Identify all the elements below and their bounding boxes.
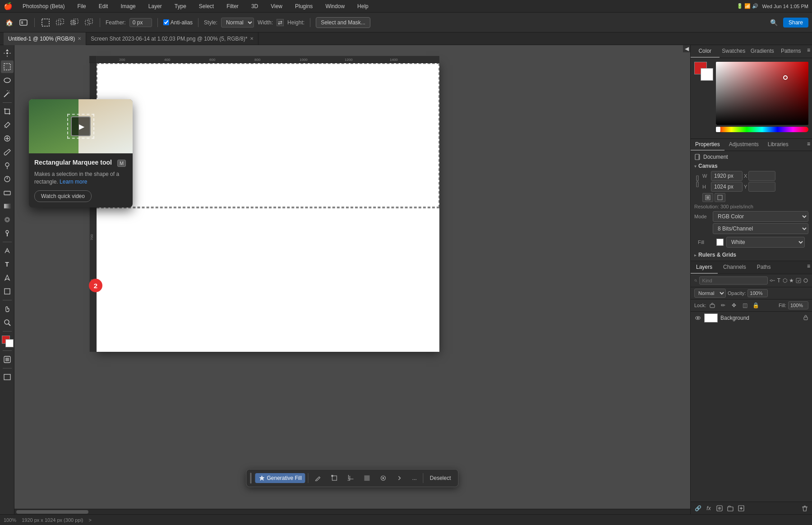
hand-tool[interactable] bbox=[1, 303, 14, 315]
color-panel-menu-icon[interactable]: ≡ bbox=[805, 45, 812, 58]
healing-tool[interactable] bbox=[1, 132, 14, 145]
clone-stamp-tool[interactable] bbox=[1, 159, 14, 172]
tab-properties[interactable]: Properties bbox=[691, 139, 724, 151]
opacity-input[interactable] bbox=[747, 289, 768, 297]
layer-delete-icon[interactable] bbox=[800, 504, 809, 513]
screen-mode-icon[interactable] bbox=[1, 371, 14, 383]
marquee-tool[interactable] bbox=[1, 60, 14, 73]
menu-edit[interactable]: Edit bbox=[96, 2, 111, 10]
watch-video-button[interactable]: Watch quick video bbox=[34, 190, 92, 202]
eyedropper-tool[interactable] bbox=[1, 119, 14, 131]
mode-select[interactable]: RGB Color bbox=[713, 211, 808, 222]
tab-swatches[interactable]: Swatches bbox=[720, 45, 748, 58]
panel-collapse-icon[interactable]: ◀ bbox=[683, 45, 690, 52]
ct-more-button[interactable]: ... bbox=[409, 473, 420, 483]
color-gradient-picker[interactable] bbox=[716, 62, 808, 125]
layers-filter-toggle[interactable] bbox=[803, 276, 808, 285]
tab-screenshot-close[interactable]: ✕ bbox=[250, 36, 254, 41]
layers-search-input[interactable] bbox=[699, 276, 768, 285]
shapes-tool[interactable] bbox=[1, 285, 14, 298]
history-brush-tool[interactable] bbox=[1, 173, 14, 185]
rulers-grids-row[interactable]: ▸ Rulers & Grids bbox=[694, 252, 808, 258]
menu-plugins[interactable]: Plugins bbox=[292, 2, 315, 10]
add-selection-icon[interactable] bbox=[55, 17, 65, 28]
apple-menu[interactable]: 🍎 bbox=[4, 2, 13, 10]
fill-input[interactable] bbox=[788, 301, 808, 309]
hue-slider[interactable] bbox=[716, 127, 808, 132]
lock-transparent-pixels[interactable] bbox=[708, 301, 717, 310]
layer-new-group-icon[interactable] bbox=[726, 504, 735, 513]
style-select[interactable]: Normal bbox=[221, 18, 254, 28]
lock-artboard[interactable]: ◫ bbox=[740, 301, 749, 310]
path-selection-tool[interactable] bbox=[1, 272, 14, 284]
hue-thumb[interactable] bbox=[716, 127, 720, 132]
h-input[interactable] bbox=[711, 182, 743, 192]
find-icon[interactable]: 🔍 bbox=[769, 17, 780, 28]
pen-tool[interactable] bbox=[1, 244, 14, 257]
magic-wand-tool[interactable] bbox=[1, 88, 14, 100]
layers-filter-5[interactable] bbox=[796, 276, 801, 285]
anti-alias-checkbox[interactable] bbox=[163, 19, 169, 25]
tab-channels[interactable]: Channels bbox=[718, 261, 752, 274]
generative-fill-button[interactable]: Generative Fill bbox=[255, 473, 305, 483]
nav-arrow[interactable]: > bbox=[89, 517, 92, 523]
move-tool[interactable] bbox=[1, 47, 14, 60]
tab-paths[interactable]: Paths bbox=[752, 261, 776, 274]
tab-adjustments[interactable]: Adjustments bbox=[724, 139, 763, 151]
eraser-tool[interactable] bbox=[1, 186, 14, 199]
menu-layer[interactable]: Layer bbox=[146, 2, 165, 10]
ct-arrow-icon[interactable] bbox=[392, 473, 407, 484]
ct-fill-icon[interactable] bbox=[360, 473, 374, 484]
lock-image-pixels[interactable]: ✏ bbox=[719, 301, 728, 310]
blur-tool[interactable] bbox=[1, 213, 14, 226]
background-color[interactable] bbox=[5, 339, 14, 347]
tool-preset-icon[interactable] bbox=[18, 17, 29, 28]
gradient-tool[interactable] bbox=[1, 200, 14, 212]
w-input[interactable] bbox=[711, 171, 743, 181]
menu-photoshop[interactable]: Photoshop (Beta) bbox=[20, 2, 67, 10]
dodge-tool[interactable] bbox=[1, 227, 14, 239]
lock-position[interactable]: ✥ bbox=[729, 301, 738, 310]
text-tool[interactable]: T bbox=[1, 258, 14, 271]
menu-filter[interactable]: Filter bbox=[224, 2, 241, 10]
menu-help[interactable]: Help bbox=[355, 2, 371, 10]
color-picker-dot[interactable] bbox=[783, 75, 788, 80]
properties-menu-icon[interactable]: ≡ bbox=[805, 139, 812, 151]
brush-tool[interactable] bbox=[1, 146, 14, 158]
canvas-align-2[interactable] bbox=[715, 193, 725, 202]
scrollbar-horizontal[interactable] bbox=[14, 509, 690, 514]
layer-link-icon[interactable]: 🔗 bbox=[693, 504, 702, 513]
layer-visibility-icon[interactable] bbox=[694, 314, 701, 322]
x-input[interactable] bbox=[748, 171, 775, 181]
menu-view[interactable]: View bbox=[268, 2, 285, 10]
ct-edit-icon[interactable] bbox=[311, 473, 326, 484]
tab-libraries[interactable]: Libraries bbox=[763, 139, 793, 151]
color-swatches-container[interactable] bbox=[1, 335, 14, 347]
share-button[interactable]: Share bbox=[783, 18, 808, 28]
intersect-selection-icon[interactable] bbox=[83, 17, 94, 28]
layers-filter-2[interactable]: T bbox=[777, 276, 781, 285]
background-swatch[interactable] bbox=[701, 68, 713, 81]
menu-image[interactable]: Image bbox=[118, 2, 138, 10]
blend-mode-select[interactable]: Normal bbox=[694, 289, 726, 298]
layer-new-icon[interactable] bbox=[737, 504, 746, 513]
select-mask-button[interactable]: Select and Mask... bbox=[316, 17, 370, 28]
layers-menu-icon[interactable]: ≡ bbox=[805, 261, 812, 274]
tab-color[interactable]: Color bbox=[691, 45, 720, 58]
learn-more-link[interactable]: Learn more bbox=[60, 179, 87, 185]
layers-filter-3[interactable]: ⬡ bbox=[783, 276, 787, 285]
layers-filter-4[interactable]: ★ bbox=[789, 276, 794, 285]
ct-transform-icon[interactable] bbox=[328, 473, 342, 484]
feather-input[interactable] bbox=[129, 18, 152, 27]
home-icon[interactable]: 🏠 bbox=[4, 17, 14, 28]
subtract-selection-icon[interactable] bbox=[69, 17, 80, 28]
bits-select[interactable]: 8 Bits/Channel bbox=[713, 223, 808, 234]
quick-mask-icon[interactable] bbox=[1, 353, 14, 366]
lasso-tool[interactable] bbox=[1, 74, 14, 87]
new-selection-icon[interactable] bbox=[40, 17, 51, 28]
canvas-header[interactable]: ▾ Canvas bbox=[694, 163, 808, 169]
tab-gradients[interactable]: Gradients bbox=[748, 45, 777, 58]
anti-alias-container[interactable]: Anti-alias bbox=[163, 19, 193, 26]
layer-item-background[interactable]: Background bbox=[691, 312, 812, 324]
menu-select[interactable]: Select bbox=[196, 2, 217, 10]
